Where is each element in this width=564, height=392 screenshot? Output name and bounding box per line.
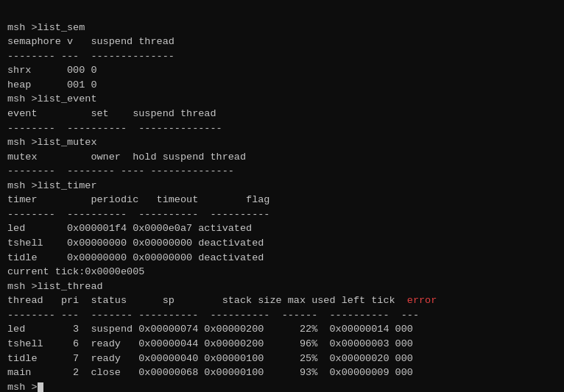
terminal-line: tidle 0x00000000 0x00000000 deactivated — [7, 251, 557, 266]
terminal-window: msh >list_semsemaphore v suspend thread-… — [7, 6, 557, 392]
cursor — [38, 382, 43, 392]
terminal-line: tshell 0x00000000 0x00000000 deactivated — [7, 236, 557, 251]
terminal-line: tidle 7 ready 0x00000040 0x00000100 25% … — [7, 352, 557, 366]
terminal-line: msh >list_sem — [7, 21, 557, 35]
terminal-line: led 3 suspend 0x00000074 0x00000200 22% … — [7, 322, 557, 337]
terminal-line: tshell 6 ready 0x00000044 0x00000200 96%… — [7, 337, 557, 352]
terminal-line: timer periodic timeout flag — [7, 193, 557, 207]
terminal-line: -------- -------- ---- -------------- — [7, 164, 557, 179]
terminal-line: shrx 000 0 — [7, 63, 557, 78]
terminal-line: -------- --- -------------- — [7, 49, 557, 64]
terminal-line: thread pri status sp stack size max used… — [7, 293, 557, 308]
terminal-line: msh >list_timer — [7, 179, 557, 193]
terminal-line: main 2 close 0x00000068 0x00000100 93% 0… — [7, 366, 557, 380]
terminal-line: event set suspend thread — [7, 107, 557, 121]
terminal-line: msh > — [7, 380, 557, 392]
terminal-line: heap 001 0 — [7, 78, 557, 93]
terminal-line: current tick:0x0000e005 — [7, 265, 557, 279]
terminal-line: mutex owner hold suspend thread — [7, 150, 557, 165]
terminal-line: msh >list_mutex — [7, 135, 557, 150]
terminal-line: -------- --- ------- ---------- --------… — [7, 308, 557, 323]
terminal-line: -------- ---------- -------------- — [7, 121, 557, 136]
terminal-line: msh >list_event — [7, 92, 557, 107]
terminal-line: -------- ---------- ---------- ---------… — [7, 207, 557, 222]
terminal-line: led 0x000001f4 0x0000e0a7 activated — [7, 221, 557, 236]
terminal-line: msh >list_thread — [7, 279, 557, 294]
terminal-line: semaphore v suspend thread — [7, 35, 557, 49]
